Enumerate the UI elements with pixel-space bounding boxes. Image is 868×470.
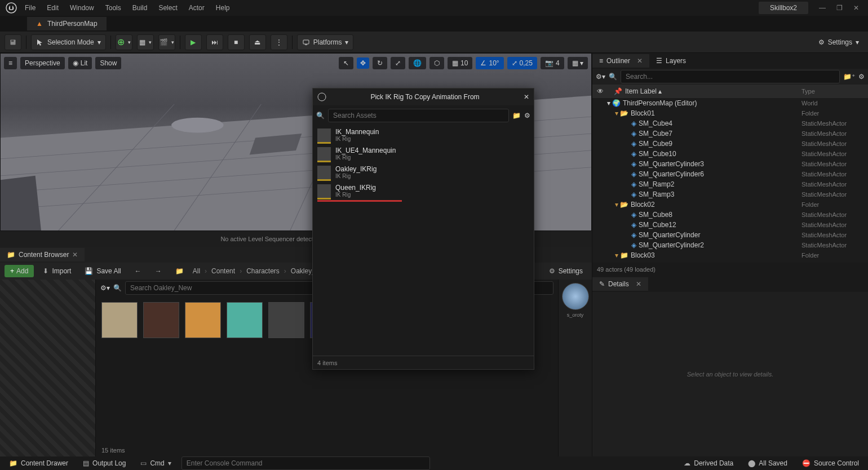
step-button[interactable]: ⏭ xyxy=(206,34,223,50)
cmd-button[interactable]: ▭ Cmd ▾ xyxy=(136,459,175,467)
close-icon[interactable]: ✕ xyxy=(72,251,78,259)
document-tab[interactable]: ▲ ThirdPersonMap xyxy=(27,17,107,30)
viewport-show-button[interactable]: Show xyxy=(95,57,121,69)
dialog-search-input[interactable] xyxy=(328,109,509,122)
path-all[interactable]: All xyxy=(193,267,200,275)
select-tool[interactable]: ↖ xyxy=(339,57,353,69)
save-button[interactable] xyxy=(5,34,21,50)
outliner-row[interactable]: ▾ 🌍ThirdPersonMap (Editor)World xyxy=(592,98,868,108)
maximize-button[interactable]: ❐ xyxy=(831,4,848,12)
stop-button[interactable]: ■ xyxy=(228,34,245,50)
viewport-options-button[interactable]: ≡ xyxy=(4,57,17,69)
outliner-row[interactable]: ▾ 📂Block01Folder xyxy=(592,108,868,118)
output-log-button[interactable]: ▤ Output Log xyxy=(78,459,130,467)
settings-button[interactable]: ⚙ Settings ▾ xyxy=(814,34,863,50)
menu-file[interactable]: File xyxy=(19,2,41,14)
scale-tool[interactable]: ⤢ xyxy=(391,57,405,69)
folder-icon[interactable]: 📁 xyxy=(512,112,521,119)
path-content[interactable]: Content xyxy=(211,267,235,275)
content-browser-tab[interactable]: 📁 Content Browser ✕ xyxy=(0,248,85,261)
menu-actor[interactable]: Actor xyxy=(183,2,210,14)
grid-snap-button[interactable]: ▦ 10 xyxy=(448,57,472,69)
coord-space-button[interactable]: 🌐 xyxy=(409,57,426,69)
add-button[interactable]: + Add xyxy=(5,265,34,277)
close-icon[interactable]: ✕ xyxy=(636,280,641,288)
history-back-button[interactable]: ← xyxy=(130,267,146,275)
rig-list-item[interactable]: Queen_IKRigIK Rig xyxy=(313,181,534,200)
outliner-row[interactable]: ▾ 📁Block03Folder xyxy=(592,250,868,260)
history-fwd-button[interactable]: → xyxy=(150,267,166,275)
path-folder-icon[interactable]: 📁 xyxy=(171,267,188,275)
outliner-row[interactable]: ◈SM_Ramp3StaticMeshActor xyxy=(592,189,868,199)
outliner-row[interactable]: ◈SM_Cube7StaticMeshActor xyxy=(592,128,868,139)
close-icon[interactable]: ✕ xyxy=(637,57,643,65)
viewport-lit-button[interactable]: ◉ Lit xyxy=(68,57,92,69)
menu-edit[interactable]: Edit xyxy=(41,2,64,14)
path-characters[interactable]: Characters xyxy=(246,267,280,275)
outliner-row[interactable]: ◈SM_Cube9StaticMeshActor xyxy=(592,139,868,149)
outliner-search-input[interactable] xyxy=(621,70,840,83)
eject-button[interactable]: ⏏ xyxy=(249,34,266,50)
layers-tab[interactable]: ☰ Layers xyxy=(649,54,693,68)
outliner-row[interactable]: ◈SM_Cube12StaticMeshActor xyxy=(592,220,868,230)
content-drawer-button[interactable]: 📁 Content Drawer xyxy=(5,459,73,467)
asset-tile[interactable] xyxy=(185,302,221,353)
viewport-perspective-button[interactable]: Perspective xyxy=(20,57,65,69)
menu-tools[interactable]: Tools xyxy=(100,2,127,14)
close-button[interactable]: ✕ xyxy=(848,4,865,12)
console-input[interactable] xyxy=(181,456,430,470)
cinematics-button[interactable]: 🎬▾ xyxy=(158,34,175,50)
outliner-row[interactable]: ◈SM_QuarterCylinder2StaticMeshActor xyxy=(592,240,868,250)
add-content-button[interactable]: ⊕▾ xyxy=(116,34,132,50)
all-saved-indicator[interactable]: ⬤ All Saved xyxy=(743,459,792,467)
close-icon[interactable]: ✕ xyxy=(524,93,529,101)
gear-icon[interactable]: ⚙ xyxy=(524,112,530,119)
play-button[interactable]: ▶ xyxy=(185,34,202,50)
user-badge[interactable]: Skillbox2 xyxy=(759,2,808,14)
outliner-tab[interactable]: ≡ Outliner ✕ xyxy=(592,54,649,68)
filter-icon[interactable]: ⚙▾ xyxy=(100,284,110,292)
platforms-button[interactable]: Platforms ▾ xyxy=(297,34,354,50)
col-item-label[interactable]: Item Label ▴ xyxy=(625,87,801,95)
derived-data-button[interactable]: ☁ Derived Data xyxy=(679,459,738,467)
outliner-row[interactable]: ◈SM_Cube10StaticMeshActor xyxy=(592,149,868,159)
outliner-row[interactable]: ◈SM_Cube8StaticMeshActor xyxy=(592,210,868,220)
gear-icon[interactable]: ⚙ xyxy=(858,73,865,81)
dialog-asset-list[interactable]: IK_MannequinIK RigIK_UE4_MannequinIK Rig… xyxy=(313,126,534,356)
asset-tile[interactable] xyxy=(101,302,138,353)
rig-list-item[interactable]: Oakley_IKRigIK Rig xyxy=(313,163,534,181)
surface-snap-button[interactable]: ⬡ xyxy=(429,57,444,69)
outliner-row[interactable]: ◈SM_Cube4StaticMeshActor xyxy=(592,118,868,128)
viewport-layout-button[interactable]: ▦ ▾ xyxy=(568,57,588,69)
unreal-logo[interactable] xyxy=(3,0,19,16)
scale-snap-button[interactable]: ⤢ 0,25 xyxy=(507,57,537,69)
outliner-row[interactable]: ◈SM_QuarterCylinder6StaticMeshActor xyxy=(592,169,868,179)
play-options-button[interactable]: ⋮ xyxy=(271,34,287,50)
menu-help[interactable]: Help xyxy=(210,2,236,14)
menu-select[interactable]: Select xyxy=(153,2,183,14)
minimize-button[interactable]: — xyxy=(814,4,831,12)
filter-icon[interactable]: ⚙▾ xyxy=(596,73,605,81)
angle-snap-button[interactable]: ∠ 10° xyxy=(476,57,503,69)
rig-list-item[interactable]: IK_MannequinIK Rig xyxy=(313,126,534,144)
outliner-row[interactable]: ◈SM_QuarterCylinderStaticMeshActor xyxy=(592,230,868,240)
marketplace-button[interactable]: ▦▾ xyxy=(137,34,154,50)
asset-tile[interactable] xyxy=(143,302,179,353)
import-button[interactable]: ⬇ Import xyxy=(38,267,76,275)
outliner-row[interactable]: ▾ 📂Block02Folder xyxy=(592,199,868,210)
asset-tile[interactable] xyxy=(268,302,304,353)
outliner-row[interactable]: ◈SM_Ramp2StaticMeshActor xyxy=(592,179,868,189)
camera-speed-button[interactable]: 📷 4 xyxy=(541,57,564,69)
col-type[interactable]: Type xyxy=(801,88,863,95)
menu-build[interactable]: Build xyxy=(127,2,153,14)
details-tab[interactable]: ✎ Details ✕ xyxy=(592,277,648,291)
add-folder-icon[interactable]: 📁⁺ xyxy=(843,73,855,81)
move-tool[interactable]: ✥ xyxy=(357,57,369,69)
cb-settings-button[interactable]: ⚙ Settings xyxy=(544,267,587,275)
rig-list-item[interactable]: IK_UE4_MannequinIK Rig xyxy=(313,144,534,163)
rotate-tool[interactable]: ↻ xyxy=(373,57,387,69)
sources-panel[interactable] xyxy=(0,280,96,456)
menu-window[interactable]: Window xyxy=(64,2,100,14)
outliner-row[interactable]: ◈SM_QuarterCylinder3StaticMeshActor xyxy=(592,159,868,169)
selection-mode-button[interactable]: Selection Mode ▾ xyxy=(31,34,106,50)
